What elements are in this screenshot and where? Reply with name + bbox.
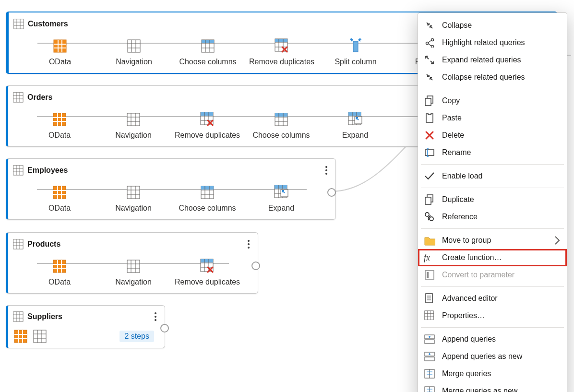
menu-merge-queries-new[interactable]: Merge queries as new (418, 382, 567, 392)
card-title: Suppliers (27, 312, 62, 321)
menu-paste[interactable]: Paste (418, 109, 567, 127)
menu-rename[interactable]: Rename (418, 144, 567, 161)
step-odata[interactable]: OData (23, 186, 96, 213)
query-card-products[interactable]: Products OData Navigation Remove duplica… (6, 232, 258, 294)
table-icon (33, 330, 47, 343)
context-menu: Collapse Highlight related queries Expan… (418, 12, 567, 392)
step-expand[interactable]: Expand (244, 185, 318, 213)
card-title: Customers (28, 20, 68, 28)
menu-enable-load[interactable]: Enable load (418, 167, 567, 185)
step-navigation[interactable]: Navigation (96, 260, 170, 286)
card-more-button[interactable] (247, 239, 251, 249)
step-remove-duplicates[interactable]: Remove duplicates (245, 38, 319, 66)
step-odata[interactable]: OData (23, 113, 96, 140)
menu-highlight-related[interactable]: Highlight related queries (418, 34, 567, 51)
menu-duplicate[interactable]: Duplicate (418, 191, 567, 208)
menu-collapse-related[interactable]: Collapse related queries (418, 69, 567, 86)
menu-append-queries-new[interactable]: Append queries as new (418, 348, 567, 365)
menu-advanced-editor[interactable]: Advanced editor (418, 290, 567, 307)
menu-properties[interactable]: Properties… (418, 307, 567, 324)
chevron-right-icon (553, 236, 560, 245)
step-odata[interactable]: OData (23, 260, 96, 286)
step-expand[interactable]: Expand (318, 112, 392, 140)
menu-move-to-group[interactable]: Move to group (418, 232, 567, 249)
card-more-button[interactable] (154, 312, 158, 321)
step-remove-duplicates[interactable]: Remove duplicates (170, 259, 244, 286)
menu-merge-queries[interactable]: Merge queries (418, 365, 567, 382)
menu-delete[interactable]: Delete (418, 127, 567, 144)
query-card-employees[interactable]: Employees OData Navigation Choose column… (6, 158, 336, 220)
step-choose-columns[interactable]: Choose columns (244, 113, 318, 140)
step-odata[interactable]: OData (23, 39, 97, 66)
step-navigation[interactable]: Navigation (97, 39, 171, 66)
step-navigation[interactable]: Navigation (96, 186, 170, 213)
step-split-column[interactable]: Split column (319, 38, 393, 66)
table-icon (13, 311, 24, 322)
step-remove-duplicates[interactable]: Remove duplicates (170, 112, 244, 140)
menu-convert-to-parameter: Convert to parameter (418, 266, 567, 284)
table-icon (13, 92, 24, 103)
menu-collapse[interactable]: Collapse (418, 17, 567, 34)
query-card-suppliers[interactable]: Suppliers 2 steps (6, 305, 165, 348)
menu-create-function[interactable]: Create function… (418, 249, 567, 266)
menu-append-queries[interactable]: Append queries (418, 331, 567, 348)
table-icon (13, 165, 24, 176)
odata-icon (14, 330, 27, 343)
step-choose-columns[interactable]: Choose columns (171, 39, 245, 66)
table-icon (13, 19, 24, 29)
menu-reference[interactable]: Reference (418, 208, 567, 226)
card-title: Products (27, 240, 60, 249)
step-choose-columns[interactable]: Choose columns (170, 186, 244, 213)
table-icon (13, 239, 24, 249)
menu-expand-related[interactable]: Expand related queries (418, 51, 567, 69)
card-title: Employees (27, 166, 68, 175)
step-navigation[interactable]: Navigation (96, 113, 170, 140)
card-more-button[interactable] (325, 166, 329, 175)
card-title: Orders (27, 93, 52, 102)
steps-collapsed-badge[interactable]: 2 steps (120, 331, 154, 342)
menu-copy[interactable]: Copy (418, 92, 567, 109)
